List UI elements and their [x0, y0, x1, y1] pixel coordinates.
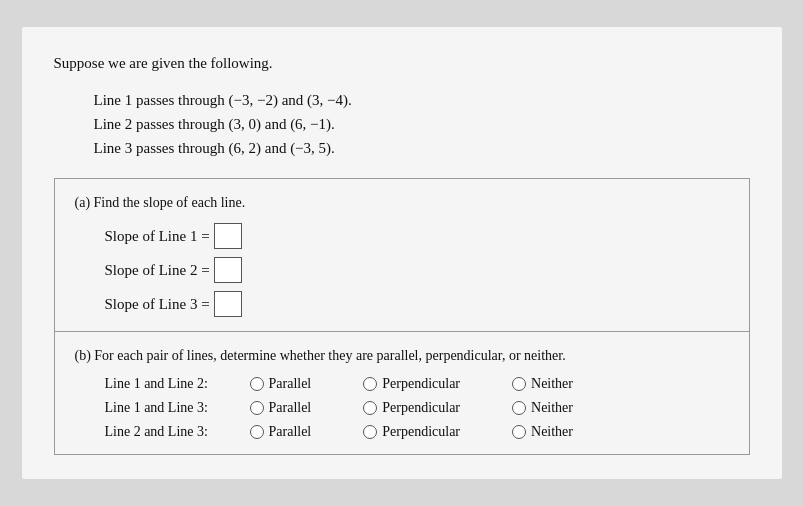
pair-2-perpendicular[interactable]: Perpendicular — [363, 400, 460, 416]
pair-1-parallel[interactable]: Parallel — [250, 376, 312, 392]
pair-3-perpendicular[interactable]: Perpendicular — [363, 424, 460, 440]
pair-1-perpendicular[interactable]: Perpendicular — [363, 376, 460, 392]
perpendicular-label: Perpendicular — [382, 376, 460, 392]
line3-desc: Line 3 passes through (6, 2) and (−3, 5)… — [94, 136, 750, 160]
radio-circle[interactable] — [512, 377, 526, 391]
slope-row-1: Slope of Line 1 = — [75, 223, 729, 249]
parallel-label: Parallel — [269, 400, 312, 416]
radio-circle[interactable] — [363, 377, 377, 391]
pair-1-neither[interactable]: Neither — [512, 376, 573, 392]
parallel-label: Parallel — [269, 424, 312, 440]
pair-3-options: Parallel Perpendicular Neither — [250, 424, 574, 440]
radio-circle[interactable] — [363, 425, 377, 439]
intro-lines: Line 1 passes through (−3, −2) and (3, −… — [54, 88, 750, 160]
perpendicular-label: Perpendicular — [382, 424, 460, 440]
pair-3-neither[interactable]: Neither — [512, 424, 573, 440]
pair-1-label: Line 1 and Line 2: — [105, 376, 250, 392]
radio-circle[interactable] — [250, 401, 264, 415]
perpendicular-label: Perpendicular — [382, 400, 460, 416]
radio-circle[interactable] — [250, 425, 264, 439]
neither-label: Neither — [531, 376, 573, 392]
radio-circle[interactable] — [363, 401, 377, 415]
pair-3-label: Line 2 and Line 3: — [105, 424, 250, 440]
section-a: (a) Find the slope of each line. Slope o… — [54, 178, 750, 331]
neither-label: Neither — [531, 400, 573, 416]
pair-2-neither[interactable]: Neither — [512, 400, 573, 416]
pair-row-3: Line 2 and Line 3: Parallel Perpendicula… — [75, 424, 729, 440]
radio-circle[interactable] — [250, 377, 264, 391]
pair-2-parallel[interactable]: Parallel — [250, 400, 312, 416]
radio-circle[interactable] — [512, 401, 526, 415]
slope-line2-label: Slope of Line 2 = — [105, 262, 210, 279]
main-card: Suppose we are given the following. Line… — [22, 27, 782, 479]
slope-line1-label: Slope of Line 1 = — [105, 228, 210, 245]
pair-2-options: Parallel Perpendicular Neither — [250, 400, 574, 416]
radio-circle[interactable] — [512, 425, 526, 439]
slope-line3-input[interactable] — [214, 291, 242, 317]
pair-3-parallel[interactable]: Parallel — [250, 424, 312, 440]
slope-row-3: Slope of Line 3 = — [75, 291, 729, 317]
pair-row-1: Line 1 and Line 2: Parallel Perpendicula… — [75, 376, 729, 392]
section-b: (b) For each pair of lines, determine wh… — [54, 331, 750, 455]
line1-desc: Line 1 passes through (−3, −2) and (3, −… — [94, 88, 750, 112]
section-b-label: (b) For each pair of lines, determine wh… — [75, 348, 729, 364]
pair-row-2: Line 1 and Line 3: Parallel Perpendicula… — [75, 400, 729, 416]
slope-line2-input[interactable] — [214, 257, 242, 283]
section-a-label: (a) Find the slope of each line. — [75, 195, 729, 211]
neither-label: Neither — [531, 424, 573, 440]
slope-line1-input[interactable] — [214, 223, 242, 249]
pair-2-label: Line 1 and Line 3: — [105, 400, 250, 416]
intro-text: Suppose we are given the following. — [54, 55, 750, 72]
slope-row-2: Slope of Line 2 = — [75, 257, 729, 283]
parallel-label: Parallel — [269, 376, 312, 392]
slope-line3-label: Slope of Line 3 = — [105, 296, 210, 313]
pair-1-options: Parallel Perpendicular Neither — [250, 376, 574, 392]
line2-desc: Line 2 passes through (3, 0) and (6, −1)… — [94, 112, 750, 136]
